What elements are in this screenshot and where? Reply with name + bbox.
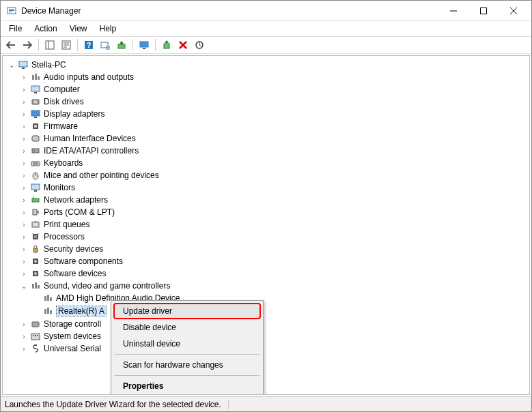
category-label: Security devices [44, 244, 103, 254]
tree-category[interactable]: ›Firmware [19, 120, 528, 132]
chevron-right-icon[interactable]: › [19, 134, 29, 143]
tree-category[interactable]: ›Monitors [19, 181, 528, 194]
root-label: Stella-PC [31, 60, 66, 70]
svg-rect-36 [32, 136, 39, 141]
menu-action[interactable]: Action [29, 23, 62, 35]
menu-update-driver[interactable]: Update driver [113, 303, 261, 319]
tree-root[interactable]: ⌄ Stella-PC ›Audio inputs and outputs›Co… [7, 59, 528, 355]
uninstall-button[interactable] [176, 38, 191, 53]
tree-device[interactable]: AMD High Definition Audio Device [31, 292, 528, 305]
help-button[interactable]: ? [81, 38, 96, 53]
category-label: Network adapters [44, 195, 108, 205]
svg-rect-1 [9, 9, 14, 10]
menu-file[interactable]: File [3, 23, 27, 35]
category-icon [30, 343, 41, 354]
chevron-right-icon[interactable]: › [19, 195, 29, 205]
tree-category[interactable]: ›Software devices [19, 267, 528, 280]
monitor-button[interactable] [137, 38, 152, 53]
chevron-right-icon[interactable]: › [19, 121, 29, 131]
enable-button[interactable] [159, 38, 174, 53]
tree-category[interactable]: ›IDE ATA/ATAPI controllers [19, 145, 528, 157]
svg-rect-45 [34, 190, 37, 192]
svg-rect-56 [33, 248, 38, 252]
scan-button[interactable] [98, 38, 113, 53]
category-label: IDE ATA/ATAPI controllers [44, 146, 139, 156]
chevron-right-icon[interactable]: › [19, 244, 29, 254]
tree-category[interactable]: ›Audio inputs and outputs [19, 71, 528, 83]
chevron-right-icon[interactable]: › [19, 72, 29, 82]
category-label: Computer [44, 85, 80, 94]
chevron-right-icon[interactable]: › [19, 344, 29, 353]
svg-rect-33 [34, 117, 37, 118]
tree-category[interactable]: ›Network adapters [19, 194, 528, 206]
tree-category[interactable]: ›Mice and other pointing devices [19, 169, 528, 181]
menu-view[interactable]: View [64, 23, 93, 35]
category-icon [30, 331, 41, 342]
svg-rect-2 [9, 10, 14, 11]
close-button[interactable] [499, 1, 529, 20]
device-tree[interactable]: ⌄ Stella-PC ›Audio inputs and outputs›Co… [2, 55, 530, 395]
menu-disable-device[interactable]: Disable device [113, 319, 261, 336]
svg-point-38 [33, 150, 35, 151]
chevron-right-icon[interactable]: › [19, 85, 29, 94]
svg-rect-66 [50, 297, 52, 301]
back-button[interactable] [3, 38, 18, 53]
menu-scan-changes[interactable]: Scan for hardware changes [113, 357, 261, 373]
svg-rect-44 [31, 184, 40, 190]
tree-category[interactable]: ›Processors [19, 231, 528, 243]
chevron-right-icon[interactable]: › [19, 97, 29, 106]
audio-device-icon [42, 293, 53, 304]
update-driver-button[interactable] [114, 38, 129, 53]
forward-button[interactable] [20, 38, 35, 53]
maximize-button[interactable] [468, 1, 499, 20]
chevron-right-icon[interactable]: › [19, 332, 29, 341]
tree-category[interactable]: ›Disk drives [19, 95, 528, 108]
chevron-right-icon[interactable]: › [19, 109, 29, 119]
tree-category[interactable]: ›Security devices [19, 243, 528, 255]
tree-category[interactable]: ›Computer [19, 83, 528, 95]
svg-rect-26 [35, 74, 37, 80]
chevron-right-icon[interactable]: › [19, 207, 29, 217]
chevron-right-icon[interactable]: › [19, 183, 29, 192]
properties-button[interactable] [59, 38, 74, 53]
tree-category[interactable]: ›Print queues [19, 218, 528, 231]
menu-separator [115, 375, 260, 376]
svg-rect-8 [46, 41, 54, 49]
menu-properties[interactable]: Properties [113, 378, 261, 394]
menu-uninstall-device[interactable]: Uninstall device [113, 336, 261, 352]
chevron-right-icon[interactable]: › [19, 232, 29, 241]
tree-category[interactable]: ›Storage controll [19, 318, 528, 330]
svg-rect-62 [35, 282, 37, 289]
toolbar: ? [1, 36, 531, 54]
tree-category[interactable]: ›Ports (COM & LPT) [19, 206, 528, 218]
disable-button[interactable] [192, 38, 207, 53]
chevron-down-icon[interactable]: ⌄ [7, 60, 16, 70]
chevron-right-icon[interactable]: › [19, 146, 29, 156]
tree-category[interactable]: ›Human Interface Devices [19, 132, 528, 145]
tree-device[interactable]: Realtek(R) A [31, 305, 528, 318]
tree-category[interactable]: ›Display adapters [19, 108, 528, 120]
titlebar: Device Manager [1, 1, 531, 21]
tree-category[interactable]: ›Software components [19, 255, 528, 267]
category-icon [30, 256, 41, 267]
chevron-down-icon[interactable]: ⌄ [19, 281, 29, 291]
toolbar-separator [132, 39, 133, 51]
svg-rect-51 [33, 221, 38, 223]
category-icon [30, 108, 41, 119]
chevron-right-icon[interactable]: › [19, 319, 29, 329]
chevron-right-icon[interactable]: › [19, 256, 29, 266]
tree-category[interactable]: ›Universal Serial [19, 342, 528, 355]
chevron-right-icon[interactable]: › [19, 269, 29, 278]
chevron-right-icon[interactable]: › [19, 158, 29, 168]
toolbar-separator [155, 39, 156, 51]
minimize-button[interactable] [438, 1, 468, 20]
show-hide-tree-button[interactable] [42, 38, 57, 53]
tree-category[interactable]: ›Keyboards [19, 157, 528, 169]
menu-help[interactable]: Help [94, 23, 122, 35]
tree-category[interactable]: ⌄Sound, video and game controllersAMD Hi… [19, 280, 528, 318]
tree-category[interactable]: ›System devices [19, 330, 528, 342]
computer-icon [18, 59, 29, 70]
category-label: Disk drives [44, 97, 84, 106]
chevron-right-icon[interactable]: › [19, 171, 29, 180]
chevron-right-icon[interactable]: › [19, 220, 29, 229]
